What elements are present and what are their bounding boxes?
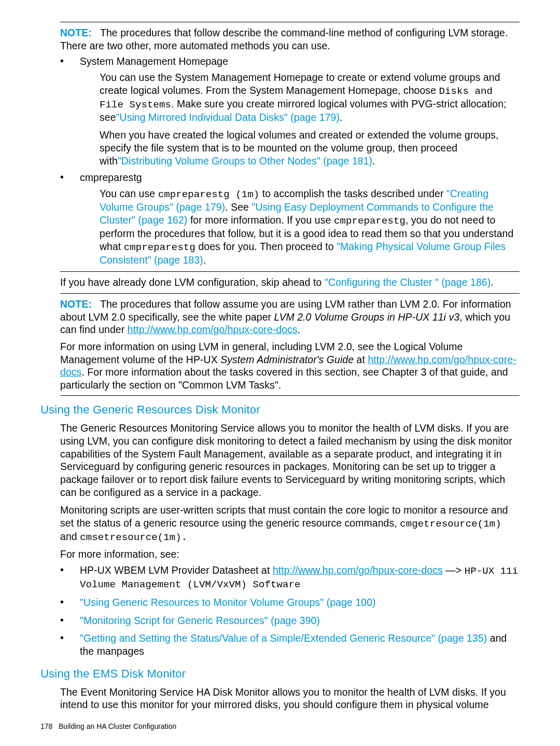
page-number: 178 (40, 722, 52, 730)
code: cmpreparestg (334, 215, 405, 227)
xref-link[interactable]: "Getting and Setting the Status/Value of… (80, 632, 487, 644)
page-footer: 178 Building an HA Cluster Configuration (40, 722, 176, 730)
list-item: "Monitoring Script for Generic Resources… (60, 614, 520, 632)
text: . (203, 254, 206, 266)
heading-generic-resources: Using the Generic Resources Disk Monitor (40, 403, 520, 417)
bullet-smh-p2: When you have created the logical volume… (100, 129, 520, 167)
bullet-smh-title: System Management Homepage (80, 55, 520, 68)
xref-link[interactable]: "Using Mirrored Individual Data Disks" (… (116, 112, 340, 123)
list-item: "Getting and Setting the Status/Value of… (60, 632, 520, 657)
note-2-p2: For more information on using LVM in gen… (60, 340, 520, 392)
text: does for you. Then proceed to (195, 241, 337, 252)
xref-link[interactable]: "Distributing Volume Groups to Other Nod… (118, 155, 372, 167)
code: cmsetresource(1m). (80, 532, 187, 543)
bullet-cmpreparestg-p1: You can use cmpreparestg (1m) to accompl… (100, 187, 520, 266)
text: and (60, 531, 80, 542)
code: cmpreparestg (124, 242, 195, 253)
bullet-cmpreparestg: cmpreparestg You can use cmpreparestg (1… (60, 171, 520, 266)
note-1-text: The procedures that follow describe the … (60, 27, 508, 51)
xref-link[interactable]: "Using Generic Resources to Monitor Volu… (80, 597, 376, 608)
text: to accomplish the tasks described under (259, 188, 446, 199)
heading-ems-disk-monitor: Using the EMS Disk Monitor (40, 667, 520, 681)
italic-title: LVM 2.0 Volume Groups in HP-UX 11i v3 (274, 311, 460, 323)
text: . (340, 112, 343, 123)
text: at (354, 354, 368, 365)
sec2-p1: The Event Monitoring Service HA Disk Mon… (60, 686, 520, 711)
note-1: NOTE: The procedures that follow describ… (60, 26, 520, 52)
xref-link[interactable]: "Monitoring Script for Generic Resources… (80, 615, 320, 626)
text: . (372, 155, 375, 167)
external-link[interactable]: http://www.hp.com/go/hpux-core-docs (128, 324, 298, 335)
text: —> (443, 564, 465, 576)
note-label: NOTE: (60, 298, 92, 310)
note-2-p1: NOTE: The procedures that follow assume … (60, 298, 520, 336)
text: If you have already done LVM configurati… (60, 277, 325, 288)
text: HP-UX WBEM LVM Provider Datasheet at (80, 564, 273, 576)
footer-title: Building an HA Cluster Configuration (59, 722, 176, 730)
bullet-smh: System Management Homepage You can use t… (60, 55, 520, 167)
bullet-cmpreparestg-title: cmpreparestg (80, 171, 520, 184)
text: . (491, 277, 494, 288)
external-link[interactable]: http://www.hp.com/go/hpux-core-docs (273, 564, 443, 576)
text: You can use (100, 188, 158, 199)
sec1-p1: The Generic Resources Monitoring Service… (60, 422, 520, 499)
text: . See (225, 201, 251, 213)
skip-ahead: If you have already done LVM configurati… (60, 276, 520, 289)
text: . (298, 324, 301, 335)
code: cmpreparestg (1m) (158, 189, 260, 200)
text: . For more information about the tasks c… (60, 366, 508, 391)
list-item: HP-UX WBEM LVM Provider Datasheet at htt… (60, 564, 520, 596)
italic-title: System Administrator's Guide (220, 354, 354, 365)
sec1-b1: HP-UX WBEM LVM Provider Datasheet at htt… (80, 564, 520, 591)
sec1-p3: For more information, see: (60, 548, 520, 561)
xref-link[interactable]: "Configuring the Cluster " (page 186) (325, 277, 491, 288)
bullet-smh-p1: You can use the System Management Homepa… (100, 71, 520, 124)
sec1-p2: Monitoring scripts are user-written scri… (60, 504, 520, 544)
text: for more information. If you use (187, 214, 334, 226)
note-label: NOTE: (60, 27, 92, 38)
list-item: "Using Generic Resources to Monitor Volu… (60, 596, 520, 614)
code: cmgetresource(1m) (400, 518, 501, 530)
